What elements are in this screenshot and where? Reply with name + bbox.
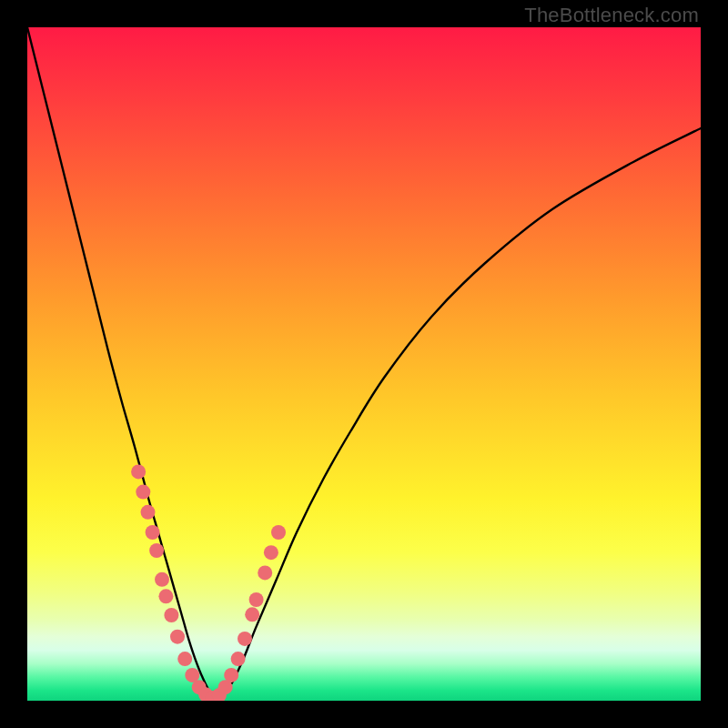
curve-marker bbox=[170, 630, 185, 644]
curve-marker bbox=[238, 632, 252, 646]
curve-marker bbox=[141, 505, 156, 520]
curve-marker bbox=[136, 485, 150, 500]
curve-marker bbox=[258, 565, 272, 580]
curve-marker bbox=[131, 464, 146, 479]
curve-marker bbox=[271, 525, 286, 540]
bottleneck-curve bbox=[27, 27, 701, 698]
plot-area bbox=[27, 27, 701, 701]
curve-marker bbox=[177, 652, 192, 666]
curve-layer bbox=[27, 27, 701, 701]
curve-marker bbox=[158, 589, 173, 603]
curve-marker bbox=[224, 668, 238, 682]
curve-marker bbox=[164, 608, 178, 622]
curve-marker bbox=[245, 607, 259, 622]
curve-marker bbox=[249, 592, 264, 607]
curve-marker bbox=[155, 572, 169, 587]
curve-marker bbox=[264, 545, 278, 560]
curve-marker bbox=[231, 652, 246, 666]
curve-marker bbox=[146, 525, 160, 540]
curve-markers bbox=[131, 464, 286, 701]
watermark-text: TheBottleneck.com bbox=[524, 4, 699, 27]
chart-frame: TheBottleneck.com bbox=[0, 0, 728, 728]
curve-marker bbox=[149, 543, 164, 558]
